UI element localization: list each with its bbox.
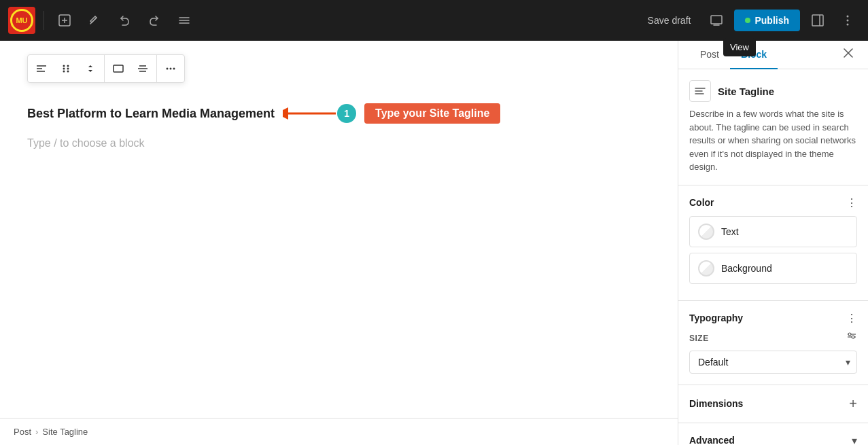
svg-point-26 bbox=[167, 68, 169, 70]
redo-button[interactable] bbox=[142, 8, 167, 33]
step-badge: 1 bbox=[337, 104, 356, 123]
undo-button[interactable] bbox=[112, 8, 137, 33]
svg-rect-6 bbox=[711, 16, 722, 24]
toolbar-separator bbox=[44, 11, 44, 30]
view-button[interactable] bbox=[704, 8, 729, 33]
breadcrumb-chevron-icon: › bbox=[35, 427, 38, 437]
color-text-circle bbox=[698, 224, 714, 240]
block-align-group bbox=[105, 55, 157, 82]
right-sidebar: Post Block Site Tagli bbox=[678, 41, 868, 445]
typography-more-icon[interactable]: ⋮ bbox=[846, 312, 857, 325]
save-draft-button[interactable]: Save draft bbox=[640, 11, 699, 30]
main-layout: Best Platform to Learn Media Management … bbox=[0, 41, 868, 445]
advanced-chevron-icon[interactable]: ▾ bbox=[852, 434, 857, 446]
typography-section: Typography ⋮ SIZE Default Small bbox=[678, 301, 868, 385]
size-controls-icon[interactable] bbox=[846, 332, 857, 345]
block-icon bbox=[689, 80, 711, 102]
color-background-circle bbox=[698, 260, 714, 277]
color-background-label: Background bbox=[721, 263, 772, 274]
svg-point-17 bbox=[67, 65, 69, 67]
size-label: SIZE bbox=[689, 332, 857, 345]
publish-status-dot bbox=[745, 18, 750, 23]
color-section-header: Color ⋮ bbox=[689, 196, 857, 209]
svg-point-38 bbox=[848, 333, 851, 336]
site-tagline-text[interactable]: Best Platform to Learn Media Management bbox=[27, 107, 275, 121]
sidebar-toggle-button[interactable] bbox=[805, 8, 830, 33]
dimensions-add-icon[interactable]: + bbox=[849, 396, 857, 412]
toolbar-right: Save draft Publish bbox=[640, 8, 860, 33]
block-text-center-btn[interactable] bbox=[106, 56, 131, 81]
site-tagline-wrapper: Best Platform to Learn Media Management … bbox=[27, 103, 650, 124]
editor-area: Best Platform to Learn Media Management … bbox=[0, 41, 678, 445]
typography-section-title: Typography bbox=[689, 313, 743, 323]
color-text-row[interactable]: Text bbox=[689, 216, 857, 247]
block-name-row: Site Tagline bbox=[689, 80, 857, 102]
block-type-group bbox=[28, 55, 105, 82]
block-more-btn[interactable] bbox=[158, 56, 183, 81]
svg-point-27 bbox=[170, 68, 172, 70]
block-text-right-btn[interactable] bbox=[131, 56, 155, 81]
svg-rect-8 bbox=[812, 15, 823, 26]
logo-button[interactable]: MU bbox=[8, 7, 35, 34]
size-select-wrapper: Default Small Medium Large Extra Large ▾ bbox=[689, 351, 857, 374]
sidebar-tabs: Post Block bbox=[678, 41, 868, 69]
publish-label: Publish bbox=[754, 15, 789, 26]
block-title: Site Tagline bbox=[718, 86, 774, 97]
breadcrumb-current: Site Tagline bbox=[42, 427, 88, 437]
color-section: Color ⋮ Text Background bbox=[678, 185, 868, 301]
svg-rect-22 bbox=[114, 65, 123, 72]
tools-button[interactable] bbox=[82, 8, 107, 33]
color-more-icon[interactable]: ⋮ bbox=[846, 196, 857, 209]
svg-point-28 bbox=[173, 68, 175, 70]
color-background-row[interactable]: Background bbox=[689, 253, 857, 284]
type-placeholder[interactable]: Type / to choose a block bbox=[27, 137, 650, 149]
svg-point-21 bbox=[67, 71, 69, 73]
color-text-label: Text bbox=[721, 226, 739, 237]
block-more-group bbox=[157, 55, 184, 82]
svg-point-39 bbox=[852, 336, 854, 338]
arrow-icon bbox=[283, 107, 337, 120]
tagline-highlight[interactable]: Type your Site Tagline bbox=[364, 103, 500, 124]
svg-point-20 bbox=[63, 71, 65, 73]
svg-point-19 bbox=[67, 68, 69, 70]
block-info-section: Site Tagline Describe in a few words wha… bbox=[678, 69, 868, 185]
arrow-annotation: 1 bbox=[283, 104, 356, 123]
top-toolbar: MU Save dra bbox=[0, 0, 868, 41]
dimensions-title: Dimensions bbox=[689, 398, 743, 409]
block-move-btn[interactable] bbox=[78, 56, 103, 81]
dimensions-section[interactable]: Dimensions + bbox=[678, 385, 868, 423]
add-block-button[interactable] bbox=[52, 8, 77, 33]
svg-point-11 bbox=[847, 20, 849, 22]
advanced-title: Advanced bbox=[689, 435, 735, 445]
publish-button[interactable]: Publish bbox=[734, 10, 800, 31]
svg-point-16 bbox=[63, 65, 65, 67]
svg-point-12 bbox=[847, 24, 849, 26]
breadcrumb-root[interactable]: Post bbox=[14, 427, 31, 437]
color-section-title: Color bbox=[689, 197, 714, 208]
block-description: Describe in a few words what the site is… bbox=[689, 107, 857, 174]
size-select[interactable]: Default Small Medium Large Extra Large bbox=[689, 351, 857, 374]
svg-point-18 bbox=[63, 68, 65, 70]
advanced-row[interactable]: Advanced ▾ bbox=[689, 434, 857, 446]
list-view-button[interactable] bbox=[172, 8, 196, 33]
view-tooltip: View bbox=[723, 38, 756, 56]
block-align-left-btn[interactable] bbox=[29, 56, 54, 81]
sidebar-close-button[interactable] bbox=[839, 44, 857, 65]
more-options-button[interactable] bbox=[835, 8, 860, 33]
advanced-section[interactable]: Advanced ▾ bbox=[678, 423, 868, 446]
breadcrumb: Post › Site Tagline bbox=[0, 418, 678, 445]
typography-section-header: Typography ⋮ bbox=[689, 312, 857, 325]
dimensions-row[interactable]: Dimensions + bbox=[689, 396, 857, 412]
block-drag-btn[interactable] bbox=[54, 56, 78, 81]
svg-point-10 bbox=[847, 16, 849, 18]
block-toolbar bbox=[27, 54, 185, 83]
